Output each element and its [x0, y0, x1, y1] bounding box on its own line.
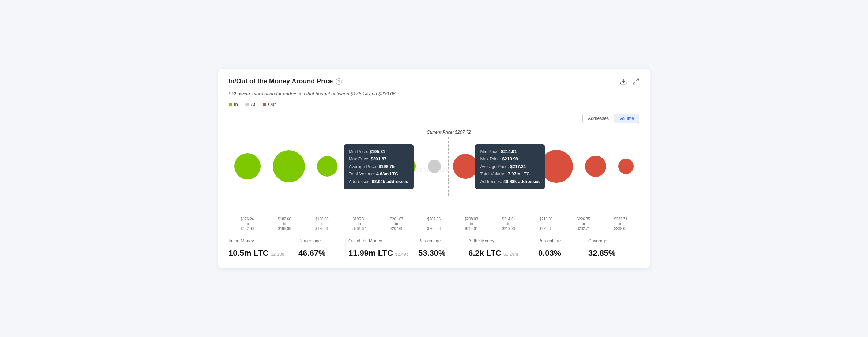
stat-out-of-money: Out of the Money 11.99m LTC $2.49b [348, 238, 412, 258]
divider-6 [585, 238, 585, 258]
stat-coverage-value: 32.85% [588, 249, 639, 258]
subtitle: * Showing information for addresses that… [229, 91, 639, 96]
divider-1 [295, 238, 295, 258]
x-label-5: $201.67to$207.65 [382, 217, 411, 231]
stat-pct2-underline [418, 246, 462, 246]
bubble-col-6 [428, 160, 441, 173]
stat-at-value: 6.2k LTC $1.29m [468, 249, 532, 258]
stat-at-sub: $1.29m [503, 252, 518, 257]
header-row: In/Out of the Money Around Price ? [229, 77, 639, 85]
stat-coverage-underline [588, 246, 639, 246]
stat-in-underline [229, 246, 292, 246]
bubble-col-10 [585, 156, 606, 177]
bubble-2 [273, 150, 305, 182]
stat-in-the-money: In the Money 10.5m LTC $2.18b [229, 238, 292, 258]
stat-out-main: 11.99m LTC [348, 249, 393, 258]
legend-out-dot [263, 103, 266, 106]
bubble-11 [618, 159, 634, 174]
title-group: In/Out of the Money Around Price ? [229, 77, 342, 85]
stat-pct2-value: 53.30% [418, 249, 462, 258]
baseline [229, 200, 639, 200]
divider-4 [465, 238, 465, 258]
legend-at: At [245, 102, 255, 107]
legend-at-label: At [251, 102, 255, 107]
bubble-8 [490, 147, 528, 185]
stat-in-sub: $2.18b [271, 252, 284, 257]
stat-coverage: Coverage 32.85% [588, 238, 639, 258]
stat-pct1-underline [298, 246, 342, 246]
current-price-label: Current Price: $207.72 [427, 130, 471, 135]
bubble-1 [234, 153, 261, 179]
x-label-7: $208.03to$214.01 [457, 217, 486, 231]
x-label-9: $219.99to$226.35 [531, 217, 561, 231]
chart-area: Current Price: $207.72 ⊠ intotheblock [229, 126, 639, 214]
bubble-col-3 [317, 156, 337, 177]
stat-pct2-label: Percentage [418, 238, 462, 243]
divider-2 [345, 238, 346, 258]
stat-at-label: At the Money [468, 238, 532, 243]
divider-3 [415, 238, 415, 258]
bubble-col-8 [490, 147, 528, 185]
stat-in-label: In the Money [229, 238, 292, 243]
stats-row: In the Money 10.5m LTC $2.18b Percentage… [229, 238, 639, 258]
bubble-col-2 [273, 150, 305, 182]
legend-out: Out [263, 102, 276, 107]
stat-at-main: 6.2k LTC [468, 249, 501, 258]
bubble-5 [397, 157, 416, 176]
bubble-col-4 [350, 149, 385, 184]
bubble-3 [317, 156, 337, 177]
stat-out-underline [348, 246, 412, 246]
bubble-col-9 [540, 150, 573, 183]
stat-pct1: Percentage 46.67% [298, 238, 342, 258]
page-title: In/Out of the Money Around Price [229, 77, 333, 85]
download-icon[interactable] [620, 78, 627, 85]
legend-in: In [229, 102, 238, 107]
stat-pct1-value: 46.67% [298, 249, 342, 258]
main-card: In/Out of the Money Around Price ? * Sho… [218, 69, 650, 268]
legend: In At Out [229, 102, 639, 107]
svg-line-2 [633, 82, 635, 84]
x-label-8: $214.01to$219.99 [494, 217, 523, 231]
stat-out-label: Out of the Money [348, 238, 412, 243]
stat-pct3-label: Percentage [538, 238, 582, 243]
x-label-6: $207.65to$208.03 [419, 217, 449, 231]
stat-out-sub: $2.49b [395, 252, 409, 257]
help-icon[interactable]: ? [336, 78, 342, 85]
bubble-col-5 [397, 157, 416, 176]
stat-in-main: 10.5m LTC [229, 249, 269, 258]
stat-out-value: 11.99m LTC $2.49b [348, 249, 412, 258]
stat-coverage-label: Coverage [588, 238, 639, 243]
stat-pct3: Percentage 0.03% [538, 238, 582, 258]
x-label-11: $232.71to$239.06 [606, 217, 635, 231]
stat-at-money: At the Money 6.2k LTC $1.29m [468, 238, 532, 258]
bubble-4 [350, 149, 385, 184]
bubble-7 [453, 154, 478, 179]
divider-5 [535, 238, 535, 258]
svg-line-1 [637, 79, 639, 81]
stat-at-underline [468, 246, 532, 246]
bubble-col-7 [453, 154, 478, 179]
bubble-9 [540, 150, 573, 183]
chart-controls: Addresses Volume [229, 114, 639, 123]
bubble-10 [585, 156, 606, 177]
legend-out-label: Out [268, 102, 276, 107]
x-labels: $176.24to$182.60 $182.60to$188.96 $188.9… [229, 217, 639, 231]
header-actions [620, 78, 639, 85]
expand-icon[interactable] [632, 78, 639, 85]
x-label-3: $188.96to$195.31 [307, 217, 336, 231]
volume-toggle[interactable]: Volume [614, 114, 639, 123]
x-label-4: $195.31to$201.67 [345, 217, 374, 231]
addresses-toggle[interactable]: Addresses [582, 114, 614, 123]
legend-at-dot [245, 103, 249, 106]
legend-in-dot [229, 103, 232, 106]
x-label-10: $226.35to$232.71 [569, 217, 598, 231]
bubble-col-1 [234, 153, 261, 179]
stat-pct3-underline [538, 246, 582, 246]
stat-pct1-label: Percentage [298, 238, 342, 243]
x-label-1: $176.24to$182.60 [233, 217, 262, 231]
bubbles-row [229, 137, 639, 196]
x-label-2: $182.60to$188.96 [270, 217, 299, 231]
stat-pct3-value: 0.03% [538, 249, 582, 258]
bubble-6 [428, 160, 441, 173]
stat-pct2: Percentage 53.30% [418, 238, 462, 258]
